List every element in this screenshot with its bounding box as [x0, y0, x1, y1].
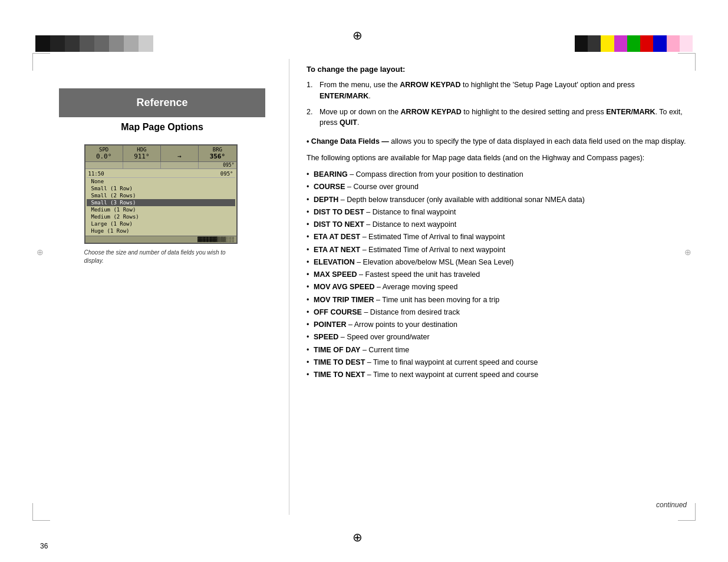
step-2-num: 2. [307, 107, 319, 129]
bar-seg [588, 35, 601, 52]
option-bearing: • BEARING – Compass direction from your … [307, 168, 687, 181]
step-1: 1. From the menu, use the ARROW KEYPAD t… [307, 80, 687, 102]
change-data-fields-label: • Change Data Fields — [307, 137, 389, 146]
gps-r2c2 [123, 162, 161, 168]
option-off-course: • OFF COURSE – Distance from desired tra… [307, 306, 687, 319]
bar-seg [65, 35, 80, 52]
gps-cell-hdg: HDG911° [123, 146, 161, 161]
gps-image-area: SPD0.0° HDG911° → BRG356° 095° 11:50 095… [84, 144, 241, 265]
gps-menu-list: None Small (1 Row) Small (2 Rows) Small … [87, 178, 235, 234]
change-data-fields-para: • Change Data Fields — allows you to spe… [307, 135, 687, 147]
gps-menu-body: 11:50 095° None Small (1 Row) Small (2 R… [85, 169, 236, 236]
option-speed: • SPEED – Speed over ground/water [307, 331, 687, 343]
crosshair-top: ⊕ [353, 28, 363, 42]
option-eta-dest: • ETA AT DEST – Estimated Time of Arriva… [307, 231, 687, 243]
quit-bold: QUIT [340, 118, 357, 127]
enter-mark-bold-2: ENTER/MARK [606, 108, 655, 116]
gps-caption: Choose the size and number of data field… [84, 249, 238, 265]
gps-cell-arrow: → [161, 146, 199, 161]
bar-seg [640, 35, 653, 52]
bar-seg [614, 35, 627, 52]
bar-seg [680, 35, 693, 52]
bar-seg [139, 35, 153, 52]
gps-menu-med2: Medium (2 Rows) [87, 213, 235, 220]
gps-cell-brg: BRG356° [199, 146, 236, 161]
gps-menu-large1: Large (1 Row) [87, 220, 235, 227]
gps-menu-small3: Small (3 Rows) [87, 199, 235, 206]
bar-seg [94, 35, 109, 52]
gps-r2c3 [161, 162, 199, 168]
option-time-dest: • TIME TO DEST – Time to final waypoint … [307, 356, 687, 369]
option-mov-timer: • MOV TRIP TIMER – Time unit has been mo… [307, 294, 687, 306]
bar-seg [575, 35, 588, 52]
bar-seg [667, 35, 680, 52]
gps-menu-none: None [87, 178, 235, 185]
enter-mark-bold-1: ENTER/MARK [319, 92, 368, 100]
option-pointer: • POINTER – Arrow points to your destina… [307, 319, 687, 331]
step-1-content: From the menu, use the ARROW KEYPAD to h… [319, 80, 687, 102]
option-eta-next: • ETA AT NEXT – Estimated Time of Arriva… [307, 244, 687, 256]
option-course: • COURSE – Course over ground [307, 181, 687, 193]
bar-seg [35, 35, 50, 52]
option-depth: • DEPTH – Depth below transducer (only a… [307, 194, 687, 206]
bar-seg [124, 35, 139, 52]
following-options-text: The following options are available for … [307, 152, 687, 164]
option-time-day: • TIME OF DAY – Current time [307, 344, 687, 356]
section-title: Map Page Options [59, 122, 265, 133]
bar-seg [80, 35, 94, 52]
reference-box: Reference [59, 88, 265, 117]
gps-r2c1 [85, 162, 123, 168]
gps-cell-spd: SPD0.0° [85, 146, 123, 161]
arrow-keypad-bold-1: ARROW KEYPAD [400, 81, 460, 89]
panel-divider [289, 59, 289, 515]
bar-seg [653, 35, 666, 52]
gps-bottom-bar: ▓▓▓▓▓▓▓▒▒▒░░░ [85, 236, 236, 243]
right-panel: To change the page layout: 1. From the m… [307, 65, 687, 515]
gps-menu-small2: Small (2 Rows) [87, 192, 235, 199]
step-1-num: 1. [307, 80, 319, 102]
crosshair-bottom: ⊕ [353, 530, 363, 544]
options-list: • BEARING – Compass direction from your … [307, 168, 687, 381]
bar-seg [601, 35, 614, 52]
bar-seg [109, 35, 124, 52]
page-number: 36 [40, 542, 48, 550]
option-dist-next: • DIST TO NEXT – Distance to next waypoi… [307, 219, 687, 231]
option-max-speed: • MAX SPEED – Fastest speed the unit has… [307, 269, 687, 281]
step-2: 2. Move up or down on the ARROW KEYPAD t… [307, 107, 687, 129]
gps-screen: SPD0.0° HDG911° → BRG356° 095° 11:50 095… [84, 144, 238, 244]
bar-seg [627, 35, 640, 52]
continued-label: continued [656, 501, 687, 509]
bar-seg [50, 35, 65, 52]
arrow-keypad-bold-2: ARROW KEYPAD [401, 108, 462, 116]
option-time-next: • TIME TO NEXT – Time to next waypoint a… [307, 369, 687, 381]
option-mov-avg: • MOV AVG SPEED – Average moving speed [307, 281, 687, 293]
gps-r2c4: 095° [199, 162, 236, 168]
left-panel: Reference Map Page Options SPD0.0° HDG91… [35, 59, 289, 515]
gps-time-row: 11:50 095° [87, 170, 235, 178]
option-elevation: • ELEVATION – Elevation above/below MSL … [307, 256, 687, 269]
gps-menu-small1: Small (1 Row) [87, 185, 235, 192]
change-layout-heading: To change the page layout: [307, 65, 687, 74]
reference-label: Reference [136, 97, 187, 108]
step-2-content: Move up or down on the ARROW KEYPAD to h… [319, 107, 687, 129]
option-dist-dest: • DIST TO DEST – Distance to final waypo… [307, 206, 687, 219]
gps-menu-med1: Medium (1 Row) [87, 206, 235, 213]
top-bar-left [35, 35, 153, 52]
top-bar-right [575, 35, 693, 52]
gps-menu-huge1: Huge (1 Row) [87, 227, 235, 234]
